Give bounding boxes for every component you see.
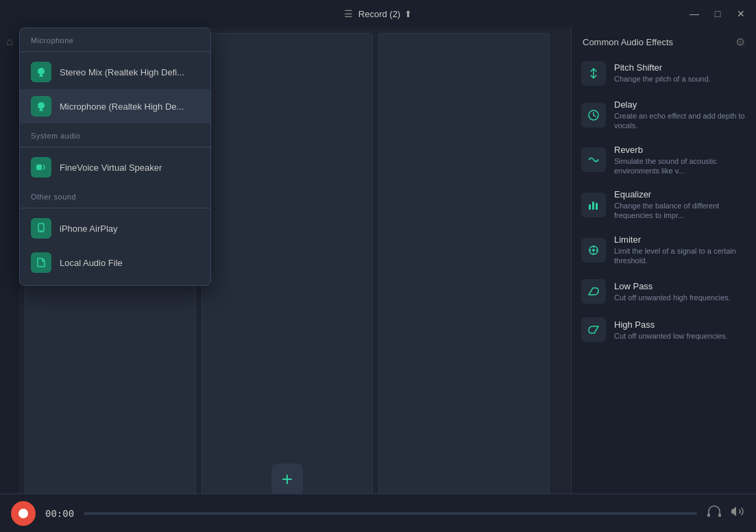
right-panel-header: Common Audio Effects ⚙ <box>572 27 756 54</box>
svg-rect-10 <box>40 109 42 110</box>
stereo-mix-label: Stereo Mix (Realtek High Defi... <box>60 67 184 77</box>
dropdown-item-finevoice[interactable]: FineVoice Virtual Speaker <box>20 150 210 184</box>
reverb-icon <box>581 147 606 172</box>
svg-rect-2 <box>592 202 594 210</box>
bottom-bar: 00:00 <box>0 494 756 532</box>
title-bar: ☰ Record (2) ⬆ — □ ✕ <box>0 0 756 27</box>
iphone-airplay-label: iPhone AirPlay <box>60 223 118 234</box>
svg-rect-1 <box>589 204 591 210</box>
add-icon: + <box>271 463 303 495</box>
effects-list: Pitch Shifter Change the pitch of a soun… <box>572 54 756 349</box>
divider-3 <box>20 208 210 208</box>
effect-high-pass[interactable]: High Pass Cut off unwanted low frequenci… <box>572 311 756 349</box>
svg-rect-15 <box>707 513 710 517</box>
equalizer-icon <box>581 193 606 217</box>
reverb-desc: Simulate the sound of acoustic environme… <box>614 156 746 176</box>
svg-rect-3 <box>596 203 598 210</box>
effect-pitch-shifter[interactable]: Pitch Shifter Change the pitch of a soun… <box>572 54 756 93</box>
maximize-button[interactable]: □ <box>708 4 727 23</box>
limiter-name: Limiter <box>614 234 746 245</box>
window-controls: — □ ✕ <box>685 4 751 23</box>
timer-display: 00:00 <box>45 508 74 519</box>
volume-icon[interactable] <box>730 504 745 522</box>
effect-equalizer[interactable]: Equalizer Change the balance of differen… <box>572 182 756 228</box>
svg-rect-12 <box>36 165 42 170</box>
low-pass-desc: Cut off unwanted high frequencies. <box>614 293 746 302</box>
divider-2 <box>20 147 210 147</box>
pitch-shifter-desc: Change the pitch of a sound. <box>614 74 746 84</box>
dropdown-item-microphone-realtek[interactable]: Microphone (Realtek High De... <box>20 89 210 123</box>
pitch-shifter-icon <box>581 61 606 86</box>
svg-rect-6 <box>38 68 45 75</box>
bottom-icons <box>707 504 745 522</box>
mic-section-label: Microphone <box>20 28 210 49</box>
finevoice-label: FineVoice Virtual Speaker <box>60 162 162 173</box>
menu-icon[interactable]: ☰ <box>344 8 353 19</box>
right-panel-title: Common Audio Effects <box>583 37 673 47</box>
window-title: Record (2) <box>358 9 400 19</box>
limiter-icon <box>581 238 606 263</box>
low-pass-icon <box>581 279 606 304</box>
right-panel-settings-icon[interactable]: ⚙ <box>735 36 745 49</box>
reverb-name: Reverb <box>614 145 746 155</box>
pitch-shifter-name: Pitch Shifter <box>614 62 746 73</box>
equalizer-name: Equalizer <box>614 189 746 200</box>
svg-rect-7 <box>40 75 42 76</box>
svg-rect-16 <box>718 513 721 517</box>
effect-low-pass[interactable]: Low Pass Cut off unwanted high frequenci… <box>572 272 756 311</box>
local-audio-label: Local Audio File <box>60 258 123 268</box>
svg-rect-11 <box>39 110 43 111</box>
track-column-2: + Add audio source <box>202 33 373 527</box>
divider-1 <box>20 51 210 52</box>
svg-rect-8 <box>39 76 43 77</box>
delay-icon <box>581 103 606 128</box>
microphone-realtek-label: Microphone (Realtek High De... <box>60 101 184 112</box>
effect-reverb[interactable]: Reverb Simulate the sound of acoustic en… <box>572 138 756 183</box>
progress-bar[interactable] <box>84 512 697 515</box>
microphone-dropdown: Microphone Stereo Mix (Realtek High Defi… <box>19 27 211 286</box>
dropdown-item-stereo-mix[interactable]: Stereo Mix (Realtek High Defi... <box>20 55 210 89</box>
headphone-icon[interactable] <box>707 504 722 522</box>
limiter-desc: Limit the level of a signal to a certain… <box>614 246 746 266</box>
track-column-3 <box>378 33 550 527</box>
low-pass-name: Low Pass <box>614 281 746 291</box>
high-pass-desc: Cut off unwanted low frequencies. <box>614 331 746 341</box>
high-pass-icon <box>581 317 606 342</box>
sidebar-home-icon[interactable]: ⌂ <box>2 34 17 49</box>
dropdown-item-local-audio[interactable]: Local Audio File <box>20 245 210 280</box>
local-audio-icon <box>31 252 51 273</box>
svg-point-5 <box>592 249 595 252</box>
minimize-button[interactable]: — <box>685 4 704 23</box>
stereo-mix-icon <box>31 62 51 82</box>
sidebar: ⌂ <box>0 27 19 532</box>
sys-section-label: System audio <box>20 123 210 144</box>
other-section-label: Other sound <box>20 184 210 205</box>
effect-limiter[interactable]: Limiter Limit the level of a signal to a… <box>572 228 756 273</box>
right-panel: Common Audio Effects ⚙ Pitch Shifter Cha… <box>571 27 756 532</box>
iphone-airplay-icon <box>31 218 51 239</box>
microphone-realtek-icon <box>31 96 51 117</box>
finevoice-icon <box>31 157 51 178</box>
delay-desc: Create an echo effect and add depth to v… <box>614 111 746 131</box>
high-pass-name: High Pass <box>614 319 746 330</box>
equalizer-desc: Change the balance of different frequenc… <box>614 201 746 221</box>
dropdown-item-iphone-airplay[interactable]: iPhone AirPlay <box>20 211 210 245</box>
record-button[interactable] <box>11 501 36 526</box>
record-dot <box>19 509 28 518</box>
svg-rect-14 <box>40 230 42 232</box>
effect-delay[interactable]: Delay Create an echo effect and add dept… <box>572 93 756 138</box>
close-button[interactable]: ✕ <box>731 4 751 23</box>
svg-rect-9 <box>38 102 45 109</box>
delay-name: Delay <box>614 99 746 110</box>
export-icon[interactable]: ⬆ <box>404 9 412 19</box>
